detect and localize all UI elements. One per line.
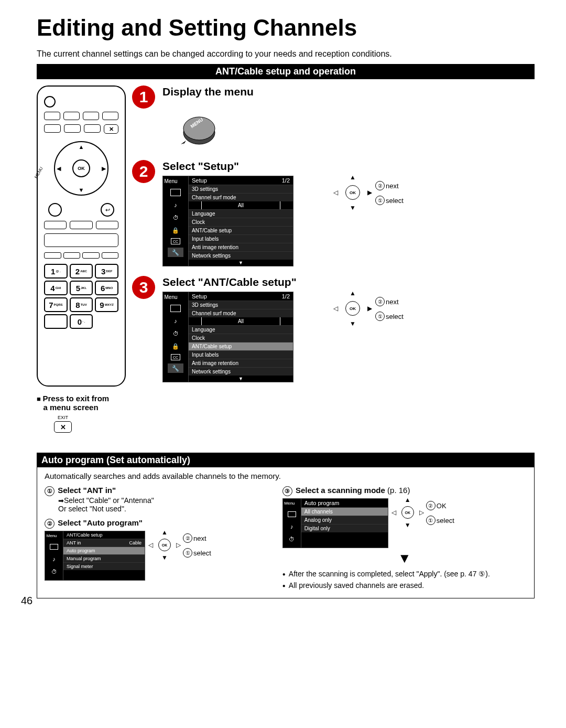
ok-icon: OK [401,506,414,519]
step-1-title: Display the menu [162,85,535,98]
more-icon: ▼ [189,260,293,266]
color-btn [102,252,119,259]
keypad-blank [44,314,68,329]
nav-select-label: ①select [426,516,454,525]
nav-next-label: ②next [375,181,404,190]
nav-select-label: ①select [375,312,404,321]
remote-bar [44,233,118,247]
step-3-title: Select "ANT/Cable setup" [162,276,535,288]
auto-program-mini-screen: Menu ♪ ⏱ Auto program All channels Analo… [282,498,388,548]
menu-item: 3D settings [189,185,293,193]
nav-pad: OK ▲ ▼ ◁ ▷ [149,531,180,559]
remote-top-btn [64,124,81,133]
auto-program-box: Auto program (Set automatically) Automat… [37,453,535,598]
keypad-3: 3DEF [95,264,118,279]
intro-text: The current channel settings can be chan… [37,49,535,59]
remote-top-btn [83,112,99,120]
remote-control: ✕ MENU OK ▲ ▼ ◀ ▶ ↩ [37,85,126,387]
more-icon: ▼ [189,376,293,382]
arrow-right-icon: ▶ [102,165,106,172]
ant-cable-setup-mini-screen: Menu ♪ ⏱ ANT/Cable setup ANT inCable Aut… [45,531,145,581]
menu-item: 3D settings [189,301,293,309]
nav-ok-label: ②OK [426,501,454,510]
menu-item: Clock [189,218,293,226]
nav-pad: OK ▲ ▼ ◁ ▶ [334,176,371,209]
menu-item: Clock [189,334,293,342]
page-number: 46 [21,595,32,607]
page-title: Editing and Setting Channels [37,15,535,41]
mini-title: Auto program [304,500,340,506]
menu-item-selected: ANT/Cable setup [189,342,293,350]
keypad-4: 4GHI [44,281,68,295]
substep-1: ① Select "ANT in" [45,486,267,496]
menu-item: Channel surf mode [189,193,293,201]
arrow-right-icon: ▶ [367,189,372,196]
picture-icon [48,542,60,551]
menu-item-selected: Auto program [63,547,145,554]
dpad: OK ▲ ▼ ◀ ▶ [54,141,108,196]
menu-value: All [201,201,280,209]
menu-title: Setup [192,293,207,299]
ant-cable-menu-screen: Menu ♪ ⏱ 🔒 CC 🔧 Setup1/2 3D settings [162,292,293,382]
keypad-5: 5JKL [70,281,93,295]
menu-item: Analog only [301,516,388,524]
nav-next-label: ②next [183,533,211,543]
picture-icon [286,509,298,519]
power-icon [44,96,56,108]
remote-top-btn [63,112,80,120]
menu-item: Digital only [301,524,388,532]
remote-mid-btn [70,221,92,229]
keypad-2: 2ABC [70,264,93,279]
color-btn [44,252,61,259]
keypad-6: 6MNO [95,281,118,295]
picture-icon [170,188,181,197]
menu-item: Anti image retention [189,243,293,251]
timer-icon: ⏱ [170,329,181,338]
arrow-up-icon: ▲ [79,144,84,150]
arrow-left-icon: ◁ [148,541,153,549]
menu-button-icon: MENU [178,101,220,148]
step-3-badge: 3 [132,276,155,299]
menu-label: Menu [162,178,190,186]
menu-label: Menu [44,533,64,540]
menu-item: Network settings [189,367,293,376]
arrow-up-icon: ▲ [350,174,356,181]
remote-mid-btn [96,221,118,229]
arrow-down-icon: ▼ [405,521,411,529]
arrow-down-icon: ▼ [161,554,168,561]
arrow-left-icon: ◁ [333,305,338,312]
audio-icon: ♪ [170,200,181,210]
cc-icon: CC [171,354,180,360]
nav-next-label: ②next [375,297,404,306]
arrow-left-icon: ◁ [333,189,338,196]
substep-3: ③ Select a scanning mode (p. 16) [282,486,527,496]
menu-title: Setup [192,177,207,184]
exit-label: EXIT [52,415,73,420]
setup-icon: 🔧 [168,363,183,373]
section-bar: ANT/Cable setup and operation [37,64,535,79]
arrow-left-icon: ◁ [391,509,396,516]
auto-program-header: Auto program (Set automatically) [37,453,534,467]
mini-title: ANT/Cable setup [67,532,103,538]
option-btn [48,203,62,217]
timer-icon: ⏱ [170,213,181,222]
menu-item: Input labels [189,234,293,243]
menu-item: ANT/Cable setup [189,226,293,234]
remote-mid-btn [44,221,67,229]
remote-top-btn [102,112,118,120]
menu-item: Language [189,325,293,334]
audio-icon: ♪ [170,316,181,326]
arrow-up-icon: ▲ [405,496,411,504]
setup-menu-screen: Menu ♪ ⏱ 🔒 CC 🔧 Setup1/2 3D settings [162,176,293,266]
keypad-7: 7PQRS [44,297,68,312]
menu-item: Input labels [189,350,293,359]
arrow-up-icon: ▲ [350,290,356,297]
menu-item: Signal meter [63,562,145,570]
audio-icon: ♪ [48,554,60,564]
audio-icon: ♪ [286,522,298,531]
substep-1-text: ➡Select "Cable" or "Antenna"Or select "N… [58,496,267,513]
menu-label: MENU [34,166,44,179]
arrow-right-icon: ▷ [176,541,181,549]
keypad-0: 0- . [70,314,93,329]
menu-item: Manual program [63,554,145,562]
